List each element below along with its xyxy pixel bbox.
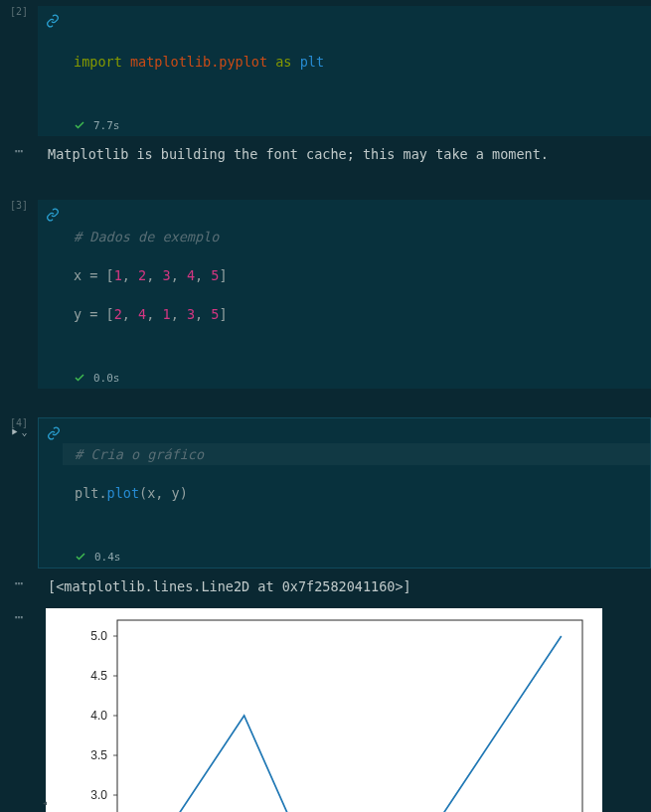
ellipsis-icon[interactable]: ⋯: [14, 144, 23, 159]
cell-3-output: [<matplotlib.lines.Line2D at 0x7f2582041…: [38, 570, 651, 602]
svg-text:3.5: 3.5: [90, 748, 107, 762]
ellipsis-icon[interactable]: ⋯: [14, 610, 23, 625]
collapse-caret-icon[interactable]: ◂: [42, 797, 48, 808]
link-icon[interactable]: [46, 14, 60, 31]
cell-3-output-row: ⋯ [<matplotlib.lines.Line2D at 0x7f25820…: [0, 570, 651, 602]
check-icon: [75, 551, 86, 563]
cell-2: [3] # Dados de exemplo x = [1, 2, 3, 4, …: [0, 200, 651, 389]
output-gutter[interactable]: ⋯: [0, 570, 38, 591]
cell-3-code[interactable]: # Cria o gráfico plt.plot(x, y) 0.4s: [38, 417, 651, 568]
svg-rect-1: [117, 620, 582, 812]
exec-count-2: [3]: [10, 200, 28, 211]
link-icon[interactable]: [46, 208, 60, 225]
line-chart: 1.01.52.02.53.03.54.04.55.01.01.52.02.53…: [46, 608, 602, 812]
code-line[interactable]: plt.plot(x, y): [75, 484, 638, 504]
svg-text:4.0: 4.0: [90, 709, 107, 723]
exec-count-1: [2]: [10, 6, 28, 17]
code-line[interactable]: x = [1, 2, 3, 4, 5]: [74, 266, 639, 286]
code-line[interactable]: # Dados de exemplo: [74, 228, 639, 247]
cell-1-status: 7.7s: [74, 119, 639, 132]
cell-3-body-row: [4] # Cria o gráfico plt.plot(x, y) 0.4s: [0, 417, 651, 568]
cell-2-gutter: [3]: [0, 200, 38, 217]
notebook: [2] import matplotlib.pyplot as plt 7.7s: [0, 0, 651, 812]
check-icon: [74, 372, 85, 384]
cell-2-status: 0.0s: [74, 372, 639, 385]
output-gutter[interactable]: ⋯: [0, 604, 38, 625]
cell-3-gutter: [4]: [0, 417, 38, 434]
cell-1-gutter: [2]: [0, 6, 38, 23]
svg-text:4.5: 4.5: [90, 669, 107, 683]
check-icon: [74, 119, 85, 131]
cell-1-code[interactable]: import matplotlib.pyplot as plt 7.7s: [38, 6, 651, 136]
output-gutter[interactable]: ⋯: [0, 138, 38, 159]
svg-text:3.0: 3.0: [90, 788, 107, 802]
cell-2-code[interactable]: # Dados de exemplo x = [1, 2, 3, 4, 5] y…: [38, 200, 651, 389]
cell-3-status: 0.4s: [75, 551, 638, 564]
cell-1-output-row: ⋯ Matplotlib is building the font cache;…: [0, 138, 651, 170]
cell-3-chart-row: ⋯ 1.01.52.02.53.03.54.04.55.01.01.52.02.…: [0, 604, 651, 812]
exec-duration: 0.4s: [94, 551, 121, 564]
ellipsis-icon[interactable]: ⋯: [14, 576, 23, 591]
code-line[interactable]: y = [2, 4, 1, 3, 5]: [74, 305, 639, 325]
code-line[interactable]: # Cria o gráfico: [63, 443, 650, 465]
cell-1: [2] import matplotlib.pyplot as plt 7.7s: [0, 6, 651, 136]
exec-duration: 7.7s: [93, 119, 120, 132]
cell-1-output: Matplotlib is building the font cache; t…: [38, 138, 651, 170]
svg-text:5.0: 5.0: [90, 629, 107, 643]
code-line[interactable]: import matplotlib.pyplot as plt: [74, 53, 639, 73]
exec-duration: 0.0s: [93, 372, 120, 385]
exec-count-3: [4]: [10, 417, 28, 428]
chart-output: 1.01.52.02.53.03.54.04.55.01.01.52.02.53…: [46, 608, 602, 812]
link-icon[interactable]: [47, 426, 61, 443]
